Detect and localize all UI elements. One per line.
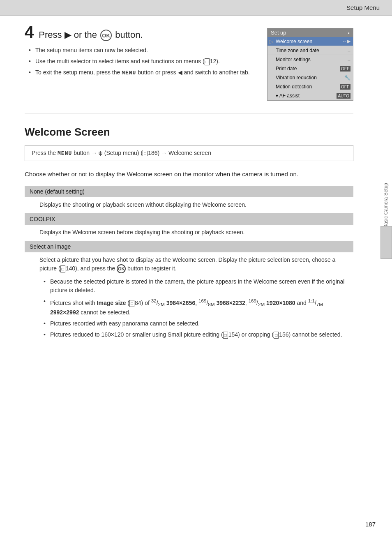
setup-row-value-welcome: -- ▶ xyxy=(343,39,350,44)
step-bullet-3: To exit the setup menu, press the MENU b… xyxy=(29,68,255,77)
setup-panel-label: Set up xyxy=(271,30,286,36)
setup-row-label-printdate: Print date xyxy=(276,66,340,72)
setup-row-value-motion: OFF xyxy=(340,84,350,89)
select-bullet-4: Pictures reduced to 160×120 or smaller u… xyxy=(44,330,348,339)
option-select-image-body: Select a picture that you have shot to d… xyxy=(25,252,353,346)
select-bullet-2: Pictures shot with Image size (□84) of 3… xyxy=(44,297,348,317)
setup-row-value-printdate: OFF xyxy=(340,66,350,71)
select-bullet-1: Because the selected picture is stored i… xyxy=(44,277,348,295)
setup-row-label-motion: Motion detection xyxy=(276,84,340,90)
book-ref-hint: □ xyxy=(143,151,148,156)
menu-hint-label: MENU xyxy=(58,150,72,157)
step-left: 4 Press ▶ or the OK button. The setup me… xyxy=(25,24,255,80)
setup-row-label-monitor: Monitor settings xyxy=(276,57,348,62)
setup-row-timezone: Time zone and date -- xyxy=(267,46,353,55)
book-ref-154: □ xyxy=(223,332,228,339)
option-coolpix: COOLPIX Displays the Welcome screen befo… xyxy=(25,213,353,241)
setup-row-monitor: Monitor settings -- xyxy=(267,55,353,64)
setup-row-welcome: ▷ Welcome screen -- ▶ xyxy=(267,37,353,46)
setup-panel-title: Set up ▪ xyxy=(267,28,353,37)
setup-row-printdate: Print date OFF xyxy=(267,64,353,73)
menu-label: MENU xyxy=(122,70,136,76)
book-ref-156: □ xyxy=(274,332,279,339)
option-select-image: Select an image Select a picture that yo… xyxy=(25,241,353,346)
step-4-section: 4 Press ▶ or the OK button. The setup me… xyxy=(25,24,353,113)
section-intro: Choose whether or not to display the Wel… xyxy=(25,169,353,179)
step-title: Press ▶ or the OK button. xyxy=(39,30,143,41)
book-ref-icon: □ xyxy=(205,58,210,65)
select-image-bullets: Because the selected picture is stored i… xyxy=(39,277,348,339)
book-ref-84: □ xyxy=(129,300,134,307)
step-bullet-1: The setup menu items can now be selected… xyxy=(29,46,255,55)
option-select-image-header: Select an image xyxy=(25,241,353,252)
setup-row-label-welcome: Welcome screen xyxy=(276,39,343,44)
book-ref-140: □ xyxy=(60,265,65,272)
page-number: 187 xyxy=(365,521,376,528)
setup-menu-panel: Set up ▪ ▷ Welcome screen -- ▶ Time zone… xyxy=(267,28,353,101)
step-bullets: The setup menu items can now be selected… xyxy=(25,46,255,77)
nav-hint-box: Press the MENU button → ψ (Setup menu) (… xyxy=(25,145,353,161)
select-bullet-3: Pictures recorded with easy panorama can… xyxy=(44,319,348,328)
setup-row-value-vibration: 🔧 xyxy=(344,75,350,81)
ok-icon-inline: OK xyxy=(117,264,126,273)
step-number-row: 4 Press ▶ or the OK button. xyxy=(25,24,255,41)
option-none: None (default setting) Displays the shoo… xyxy=(25,186,353,213)
header-title: Setup Menu xyxy=(346,4,380,11)
setup-row-value-monitor: -- xyxy=(348,57,350,62)
setup-row-value-af: AUTO xyxy=(337,93,350,98)
welcome-screen-section: Welcome Screen Press the MENU button → ψ… xyxy=(25,126,353,346)
step-bullet-2: Use the multi selector to select items a… xyxy=(29,57,255,66)
setup-panel-rows: ▷ Welcome screen -- ▶ Time zone and date… xyxy=(267,37,353,100)
sidebar-tab xyxy=(380,226,392,259)
setup-row-label-af: ▾ AF assist xyxy=(276,93,337,99)
ok-button-icon: OK xyxy=(100,30,112,41)
setup-row-label-timezone: Time zone and date xyxy=(276,48,348,53)
sidebar-label: Basic Camera Setup xyxy=(383,183,389,228)
row-side-marker: ▷ xyxy=(269,38,274,45)
option-none-body: Displays the shooting or playback screen… xyxy=(25,197,353,213)
welcome-screen-title: Welcome Screen xyxy=(25,126,353,138)
option-none-header: None (default setting) xyxy=(25,186,353,197)
setup-panel-icon: ▪ xyxy=(348,30,350,35)
option-coolpix-header: COOLPIX xyxy=(25,213,353,225)
setup-row-af: ▾ AF assist AUTO xyxy=(267,91,353,100)
page-header: Setup Menu xyxy=(0,0,392,16)
setup-row-value-timezone: -- xyxy=(348,48,350,53)
setup-row-vibration: Vibration reduction 🔧 xyxy=(267,73,353,82)
main-content: 4 Press ▶ or the OK button. The setup me… xyxy=(0,16,370,362)
option-coolpix-body: Displays the Welcome screen before displ… xyxy=(25,225,353,241)
setup-row-label-vibration: Vibration reduction xyxy=(276,75,344,81)
step-number: 4 xyxy=(25,24,34,40)
setup-row-motion: Motion detection OFF xyxy=(267,82,353,91)
